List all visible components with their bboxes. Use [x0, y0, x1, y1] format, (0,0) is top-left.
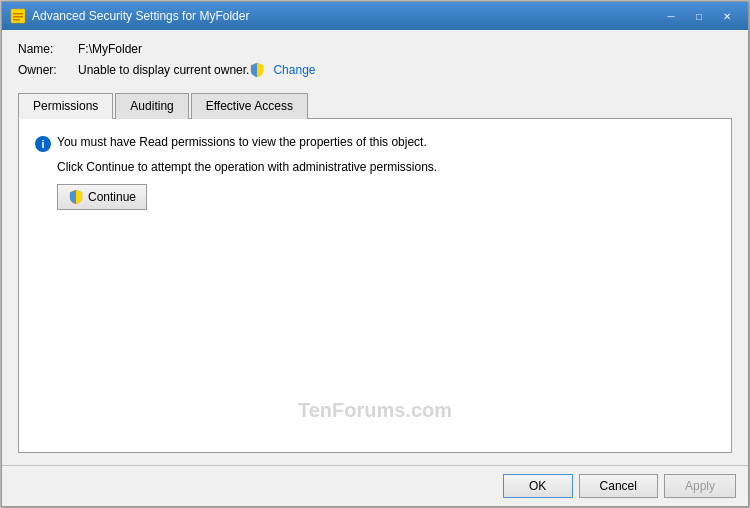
- info-message-text: You must have Read permissions to view t…: [57, 135, 427, 149]
- continue-shield-icon: [68, 189, 84, 205]
- tab-auditing[interactable]: Auditing: [115, 93, 188, 119]
- title-bar: Advanced Security Settings for MyFolder …: [2, 2, 748, 30]
- click-continue-text: Click Continue to attempt the operation …: [57, 160, 715, 174]
- window-icon: [10, 8, 26, 24]
- name-row: Name: F:\MyFolder: [18, 42, 732, 56]
- tab-effective-access[interactable]: Effective Access: [191, 93, 308, 119]
- change-owner-link[interactable]: Change: [273, 63, 315, 77]
- info-message: i You must have Read permissions to view…: [35, 135, 715, 152]
- svg-rect-3: [13, 19, 20, 21]
- owner-value: Unable to display current owner.: [78, 63, 249, 77]
- close-button[interactable]: ✕: [714, 7, 740, 25]
- cancel-button[interactable]: Cancel: [579, 474, 658, 498]
- name-value: F:\MyFolder: [78, 42, 142, 56]
- maximize-button[interactable]: □: [686, 7, 712, 25]
- window-title: Advanced Security Settings for MyFolder: [32, 9, 658, 23]
- info-icon: i: [35, 136, 51, 152]
- svg-rect-1: [13, 13, 23, 15]
- shield-uac-icon: [249, 62, 265, 78]
- continue-button[interactable]: Continue: [57, 184, 147, 210]
- bottom-bar: OK Cancel Apply: [2, 465, 748, 506]
- tab-content-permissions: i You must have Read permissions to view…: [18, 119, 732, 453]
- tab-permissions[interactable]: Permissions: [18, 93, 113, 119]
- continue-button-label: Continue: [88, 190, 136, 204]
- content-area: Name: F:\MyFolder Owner: Unable to displ…: [2, 30, 748, 465]
- owner-row: Owner: Unable to display current owner. …: [18, 62, 732, 78]
- name-label: Name:: [18, 42, 78, 56]
- window-controls: ─ □ ✕: [658, 7, 740, 25]
- svg-rect-2: [13, 16, 23, 18]
- owner-label: Owner:: [18, 63, 78, 77]
- apply-button[interactable]: Apply: [664, 474, 736, 498]
- watermark: TenForums.com: [298, 399, 452, 422]
- ok-button[interactable]: OK: [503, 474, 573, 498]
- minimize-button[interactable]: ─: [658, 7, 684, 25]
- tabs-container: Permissions Auditing Effective Access: [18, 92, 732, 119]
